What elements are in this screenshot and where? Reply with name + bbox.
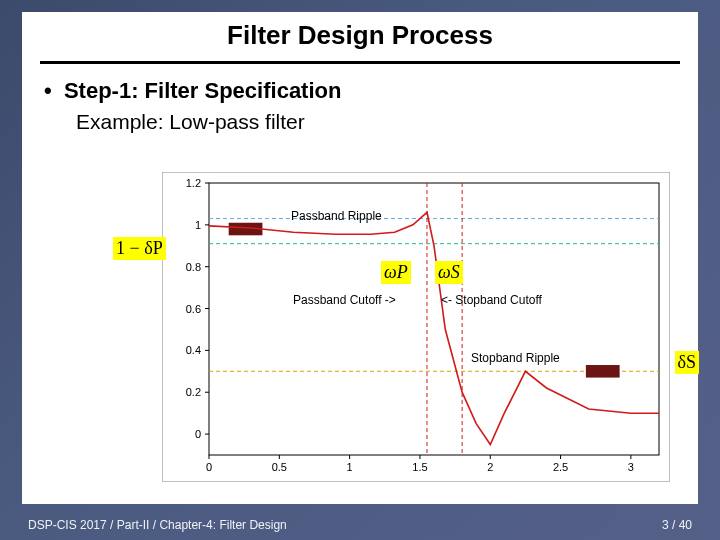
slide-content: Filter Design Process • Step-1: Filter S… <box>22 12 698 504</box>
svg-rect-35 <box>586 365 620 378</box>
svg-rect-0 <box>209 183 659 455</box>
slide-root: Filter Design Process • Step-1: Filter S… <box>0 0 720 540</box>
svg-text:3: 3 <box>628 461 634 473</box>
chart-svg: 00.511.522.5300.20.40.60.811.2 <box>163 173 669 481</box>
label-passband-cutoff: Passband Cutoff -> <box>293 293 396 307</box>
label-omega-s: ωS <box>435 261 463 284</box>
label-delta-p: 1 − δP <box>113 237 166 260</box>
bullet-step1: • Step-1: Filter Specification <box>44 78 676 104</box>
svg-text:1.2: 1.2 <box>186 177 201 189</box>
svg-text:2.5: 2.5 <box>553 461 568 473</box>
svg-text:1.5: 1.5 <box>412 461 427 473</box>
label-passband-ripple: Passband Ripple <box>291 209 382 223</box>
svg-text:0.5: 0.5 <box>272 461 287 473</box>
slide-footer: DSP-CIS 2017 / Part-II / Chapter-4: Filt… <box>22 512 698 532</box>
svg-text:0.6: 0.6 <box>186 303 201 315</box>
label-stopband-cutoff: <- Stopband Cutoff <box>441 293 542 307</box>
svg-text:0.2: 0.2 <box>186 386 201 398</box>
svg-text:2: 2 <box>487 461 493 473</box>
footer-breadcrumb: DSP-CIS 2017 / Part-II / Chapter-4: Filt… <box>28 518 287 532</box>
svg-text:0.4: 0.4 <box>186 344 201 356</box>
svg-text:0: 0 <box>206 461 212 473</box>
svg-text:1: 1 <box>347 461 353 473</box>
filter-chart: 00.511.522.5300.20.40.60.811.2 1 − δP ωP… <box>162 172 670 482</box>
label-omega-p: ωP <box>381 261 411 284</box>
title-rule <box>40 61 680 64</box>
bullet-step1-text: Step-1: Filter Specification <box>64 78 342 103</box>
footer-page-number: 3 / 40 <box>662 518 692 532</box>
svg-text:1: 1 <box>195 219 201 231</box>
label-stopband-ripple: Stopband Ripple <box>471 351 560 365</box>
bullet-example: Example: Low-pass filter <box>76 110 676 134</box>
svg-text:0: 0 <box>195 428 201 440</box>
svg-text:0.8: 0.8 <box>186 261 201 273</box>
label-delta-s: δS <box>675 351 700 374</box>
page-title: Filter Design Process <box>22 12 698 61</box>
bullet-list: • Step-1: Filter Specification Example: … <box>22 78 698 134</box>
